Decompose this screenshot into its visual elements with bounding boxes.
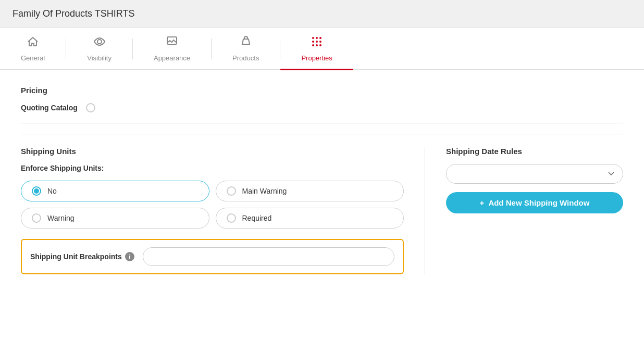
- page-title: Family Of Products TSHIRTS: [0, 0, 644, 28]
- radio-required[interactable]: Required: [216, 208, 404, 229]
- radio-warning-label: Warning: [47, 214, 75, 222]
- radio-no-dot: [32, 186, 41, 196]
- breakpoints-input[interactable]: [143, 247, 394, 266]
- breakpoints-label: Shipping Unit Breakpoints i: [30, 252, 134, 261]
- tab-visibility-label: Visibility: [87, 54, 112, 62]
- appearance-icon: [166, 35, 178, 51]
- add-icon: +: [480, 198, 485, 207]
- info-icon: i: [125, 252, 134, 261]
- svg-rect-1: [167, 37, 177, 44]
- home-icon: [27, 35, 39, 51]
- radio-required-label: Required: [242, 214, 272, 222]
- tab-properties[interactable]: Properties: [280, 28, 353, 69]
- radio-no-label: No: [47, 187, 57, 195]
- pricing-title: Pricing: [21, 86, 623, 95]
- quoting-catalog-row: Quoting Catalog: [21, 103, 623, 112]
- svg-point-9: [316, 44, 318, 46]
- radio-required-dot: [227, 213, 236, 223]
- svg-point-10: [319, 44, 321, 46]
- pricing-section: Pricing Quoting Catalog: [21, 86, 623, 112]
- date-rules-dropdown[interactable]: [446, 164, 623, 184]
- radio-grid: No Main Warning Warning Required: [21, 181, 404, 229]
- quoting-catalog-radio[interactable]: [86, 103, 95, 112]
- enforce-label: Enforce Shipping Units:: [21, 164, 404, 172]
- shipping-date-rules-title: Shipping Date Rules: [446, 147, 623, 156]
- tab-products-label: Products: [232, 54, 259, 62]
- tab-properties-label: Properties: [301, 54, 332, 62]
- section-divider: [21, 123, 623, 123]
- radio-no[interactable]: No: [21, 181, 209, 201]
- svg-point-0: [97, 40, 102, 44]
- tab-products[interactable]: Products: [212, 28, 280, 69]
- radio-warning[interactable]: Warning: [21, 208, 209, 229]
- svg-point-6: [316, 41, 318, 43]
- radio-main-warning-label: Main Warning: [242, 187, 287, 195]
- tab-appearance[interactable]: Appearance: [133, 28, 211, 69]
- add-button-label: Add New Shipping Window: [488, 198, 589, 207]
- radio-warning-dot: [32, 213, 41, 223]
- right-column: Shipping Date Rules + Add New Shipping W…: [425, 147, 623, 274]
- tab-visibility[interactable]: Visibility: [66, 28, 132, 69]
- breakpoints-text: Shipping Unit Breakpoints: [30, 252, 122, 261]
- breakpoints-row: Shipping Unit Breakpoints i: [21, 239, 404, 274]
- shipping-units-title: Shipping Units: [21, 147, 404, 156]
- tab-appearance-label: Appearance: [154, 54, 190, 62]
- tab-general-label: General: [21, 54, 45, 62]
- radio-main-warning[interactable]: Main Warning: [216, 181, 404, 201]
- svg-point-3: [316, 37, 318, 39]
- svg-point-4: [319, 37, 321, 39]
- add-shipping-window-button[interactable]: + Add New Shipping Window: [446, 192, 623, 213]
- svg-point-5: [312, 41, 314, 43]
- visibility-icon: [93, 35, 106, 51]
- svg-point-2: [312, 37, 314, 39]
- main-content: Shipping Units Enforce Shipping Units: N…: [21, 134, 623, 274]
- svg-point-7: [319, 41, 321, 43]
- products-icon: [240, 35, 252, 51]
- svg-point-8: [312, 44, 314, 46]
- left-column: Shipping Units Enforce Shipping Units: N…: [21, 147, 425, 274]
- properties-icon: [311, 35, 323, 51]
- tab-bar: General Visibility Appearance Produ: [0, 28, 644, 70]
- tab-general[interactable]: General: [0, 28, 66, 69]
- quoting-catalog-label: Quoting Catalog: [21, 104, 78, 112]
- radio-main-warning-dot: [227, 186, 236, 196]
